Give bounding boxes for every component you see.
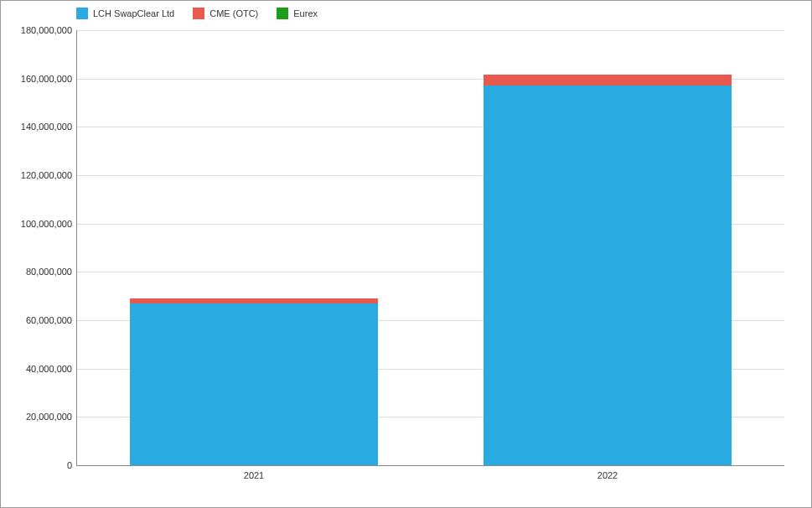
y-tick-label: 120,000,000 [21, 170, 77, 180]
legend: LCH SwapClear Ltd CME (OTC) Eurex [76, 8, 318, 19]
bar-segment [484, 86, 731, 465]
y-tick-label: 100,000,000 [21, 219, 77, 229]
y-tick-label: 180,000,000 [21, 25, 77, 35]
y-tick-label: 160,000,000 [21, 74, 77, 84]
y-tick-label: 20,000,000 [26, 412, 77, 422]
legend-label: Eurex [293, 8, 318, 18]
legend-swatch-lch [76, 8, 88, 19]
y-tick-label: 140,000,000 [21, 122, 77, 132]
y-tick-label: 40,000,000 [26, 364, 77, 374]
chart-frame: LCH SwapClear Ltd CME (OTC) Eurex 020,00… [0, 0, 812, 508]
legend-swatch-eurex [277, 8, 288, 19]
bar-segment [484, 75, 731, 86]
legend-item-cme: CME (OTC) [193, 8, 258, 19]
legend-item-lch: LCH SwapClear Ltd [76, 8, 174, 19]
plot-area: 020,000,00040,000,00060,000,00080,000,00… [76, 30, 784, 466]
y-tick-label: 80,000,000 [26, 267, 77, 277]
bar-segment [130, 303, 377, 465]
y-tick-label: 60,000,000 [26, 315, 77, 325]
legend-item-eurex: Eurex [277, 8, 318, 19]
x-tick-label: 2022 [597, 465, 618, 480]
bar-segment [130, 298, 377, 303]
y-tick-label: 0 [67, 460, 77, 470]
legend-label: CME (OTC) [209, 8, 258, 18]
x-tick-label: 2021 [244, 465, 264, 480]
legend-swatch-cme [193, 8, 204, 19]
grid-line [77, 30, 784, 31]
legend-label: LCH SwapClear Ltd [93, 8, 174, 18]
